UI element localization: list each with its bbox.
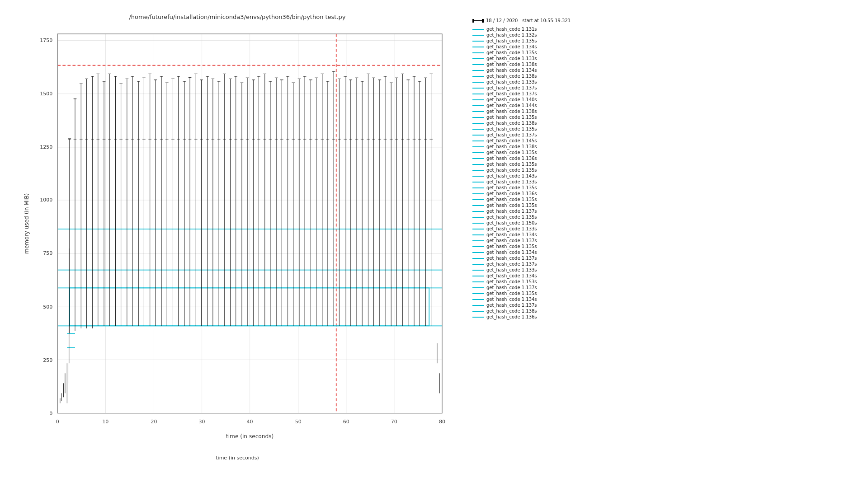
legend-item: get_hash_code 1.137s — [472, 256, 619, 261]
svg-text:500: 500 — [43, 304, 52, 310]
legend-item-label: get_hash_code 1.134s — [486, 44, 537, 49]
legend-line-color — [472, 47, 484, 47]
legend-line-color — [472, 164, 484, 165]
chart-wrapper: 0 250 500 750 1000 1250 1500 1750 0 10 2… — [14, 24, 461, 453]
legend-line-color — [472, 129, 484, 130]
legend-item: get_hash_code 1.137s — [472, 262, 619, 267]
legend-item: get_hash_code 1.131s — [472, 27, 619, 32]
legend-item-label: get_hash_code 1.138s — [486, 74, 537, 79]
legend-item-label: get_hash_code 1.132s — [486, 33, 537, 37]
svg-text:1000: 1000 — [40, 197, 52, 203]
legend-item-label: get_hash_code 1.135s — [486, 185, 537, 190]
legend-item-label: get_hash_code 1.135s — [486, 115, 537, 120]
legend-line-color — [472, 205, 484, 206]
legend-item: get_hash_code 1.136s — [472, 156, 619, 161]
svg-text:10: 10 — [102, 419, 108, 425]
svg-text:0: 0 — [56, 419, 59, 425]
legend-item: get_hash_code 1.135s — [472, 162, 619, 167]
legend-item: get_hash_code 1.135s — [472, 197, 619, 202]
svg-text:1750: 1750 — [40, 37, 52, 43]
legend-item: get_hash_code 1.135s — [472, 115, 619, 120]
legend-line-color — [472, 311, 484, 312]
legend-line-color — [472, 64, 484, 65]
legend-line-color — [472, 258, 484, 259]
svg-text:750: 750 — [43, 250, 52, 256]
legend-line-color — [472, 76, 484, 77]
legend-line-color — [472, 94, 484, 94]
legend-line-color — [472, 187, 484, 188]
legend-item-label: get_hash_code 1.137s — [486, 285, 537, 290]
legend-item-label: get_hash_code 1.138s — [486, 309, 537, 314]
svg-text:0: 0 — [49, 411, 52, 417]
svg-text:60: 60 — [343, 419, 349, 425]
legend-item: get_hash_code 1.132s — [472, 33, 619, 37]
legend-line-color — [472, 41, 484, 42]
legend-line-color — [472, 305, 484, 306]
svg-text:80: 80 — [439, 419, 445, 425]
legend-line-color — [472, 52, 484, 53]
svg-text:30: 30 — [199, 419, 205, 425]
legend-item: get_hash_code 1.136s — [472, 314, 619, 319]
legend-item-label: get_hash_code 1.137s — [486, 303, 537, 308]
legend-item-label: get_hash_code 1.133s — [486, 267, 537, 272]
legend-item: get_hash_code 1.135s — [472, 38, 619, 43]
legend-item: get_hash_code 1.138s — [472, 109, 619, 114]
legend-item: get_hash_code 1.135s — [472, 50, 619, 55]
chart-area: /home/futurefu/installation/miniconda3/e… — [9, 9, 466, 492]
main-container: /home/futurefu/installation/miniconda3/e… — [0, 0, 868, 501]
chart-title: /home/futurefu/installation/miniconda3/e… — [129, 14, 345, 20]
svg-text:20: 20 — [151, 419, 157, 425]
legend-item: get_hash_code 1.143s — [472, 173, 619, 178]
chart-svg: 0 250 500 750 1000 1250 1500 1750 0 10 2… — [14, 24, 461, 453]
legend-item: get_hash_code 1.133s — [472, 226, 619, 231]
legend-item: get_hash_code 1.135s — [472, 185, 619, 190]
svg-text:70: 70 — [391, 419, 397, 425]
legend-item-label: get_hash_code 1.135s — [486, 38, 537, 43]
svg-text:1500: 1500 — [40, 91, 52, 97]
legend-item: get_hash_code 1.134s — [472, 250, 619, 255]
legend-item-label: get_hash_code 1.131s — [486, 27, 537, 32]
legend-item: get_hash_code 1.137s — [472, 91, 619, 96]
legend-line-color — [472, 240, 484, 241]
svg-text:memory used (in MiB): memory used (in MiB) — [24, 193, 30, 254]
legend-item-label: get_hash_code 1.134s — [486, 250, 537, 255]
svg-text:1250: 1250 — [40, 144, 52, 150]
legend-item-label: get_hash_code 1.137s — [486, 262, 537, 267]
legend-item-label: get_hash_code 1.137s — [486, 209, 537, 214]
legend-area: 18 / 12 / 2020 - start at 10:55:19.321 g… — [466, 9, 624, 492]
legend-item: get_hash_code 1.135s — [472, 126, 619, 131]
legend-item: get_hash_code 1.133s — [472, 179, 619, 184]
legend-item-label: get_hash_code 1.135s — [486, 291, 537, 296]
legend-item: get_hash_code 1.133s — [472, 56, 619, 61]
legend-line-color — [472, 146, 484, 147]
legend-line-color — [472, 88, 484, 89]
legend-item: get_hash_code 1.133s — [472, 267, 619, 272]
legend-item-label: get_hash_code 1.138s — [486, 62, 537, 67]
legend-item: get_hash_code 1.135s — [472, 291, 619, 296]
legend-line-color — [472, 299, 484, 300]
legend-item-label: get_hash_code 1.143s — [486, 173, 537, 178]
legend-line-color — [472, 29, 484, 30]
legend-line-color — [472, 217, 484, 218]
legend-line-color — [472, 252, 484, 253]
legend-line-color — [472, 293, 484, 294]
x-axis-label: time (in seconds) — [216, 455, 259, 461]
legend-item-label: get_hash_code 1.135s — [486, 162, 537, 167]
legend-line-color — [472, 199, 484, 200]
legend-item: get_hash_code 1.150s — [472, 220, 619, 225]
svg-text:250: 250 — [43, 357, 52, 363]
legend-item-label: get_hash_code 1.135s — [486, 244, 537, 249]
legend-item-label: get_hash_code 1.138s — [486, 144, 537, 149]
legend-item-label: get_hash_code 1.140s — [486, 97, 537, 102]
legend-line-color — [472, 182, 484, 183]
legend-item: get_hash_code 1.138s — [472, 121, 619, 126]
legend-item: get_hash_code 1.138s — [472, 62, 619, 67]
svg-text:time (in seconds): time (in seconds) — [226, 433, 274, 440]
legend-item-label: get_hash_code 1.145s — [486, 138, 537, 143]
legend-item: get_hash_code 1.135s — [472, 203, 619, 208]
legend-line-color — [472, 123, 484, 124]
legend-line-color — [472, 99, 484, 100]
legend-line-color — [472, 193, 484, 194]
legend-item: get_hash_code 1.138s — [472, 309, 619, 314]
legend-item: get_hash_code 1.134s — [472, 273, 619, 278]
